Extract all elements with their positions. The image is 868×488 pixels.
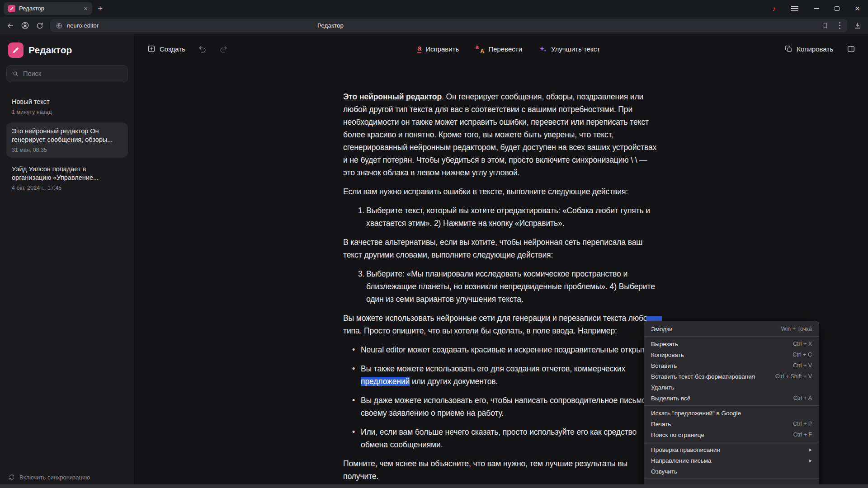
downloads-icon[interactable] [854,22,862,30]
page-title: Редактор [50,22,611,29]
translate-icon: аA [475,45,484,53]
app-logo-icon [8,42,24,58]
context-menu-item[interactable]: Искать "предложений" в Google [644,408,819,418]
panel-toggle-icon[interactable] [847,45,855,53]
sidebar: Редактор Новый текст 1 минуту назад Это … [0,34,135,488]
window-close-button[interactable]: × [855,4,860,13]
document-content[interactable]: Это нейронный редактор. Он генерирует со… [343,63,660,488]
tab-title: Редактор [19,5,80,12]
editor-paragraph: В качестве альтернативы, если вы хотите,… [343,236,660,261]
sparkle-icon [538,45,547,53]
bullet-item: Или, если вам больше нечего сказать, про… [343,426,660,451]
window-maximize-button[interactable] [835,6,840,11]
editor-paragraph: Если вам нужно исправить ошибки в тексте… [343,185,660,198]
tab-close-icon[interactable]: × [84,5,88,12]
context-menu-item[interactable]: Озвучить [644,466,819,477]
bookmark-flag-icon[interactable] [822,22,829,29]
browser-menu-icon[interactable] [791,6,798,11]
copy-icon [785,45,793,53]
improve-text-button[interactable]: Улучшить текст [538,45,600,53]
taskbar-strip [0,484,868,488]
browser-tab[interactable]: Редактор × [4,2,92,15]
search-input[interactable] [23,70,122,77]
numbered-item: 1.Выберите текст, который вы хотите отре… [343,204,660,230]
translate-button[interactable]: аA Перевести [475,45,522,53]
back-button[interactable] [6,22,14,30]
context-menu-item[interactable]: ВырезатьCtrl + X [644,338,819,349]
undo-button[interactable] [198,45,207,53]
app-title: Редактор [28,45,72,56]
editor-toolbar: Создать a Исправить аA Перевести [135,34,868,63]
editor-paragraph: Это нейронный редактор. Он генерирует со… [343,90,660,179]
list-item[interactable]: Новый текст 1 минуту назад [6,93,128,120]
sync-icon [8,474,15,481]
context-menu-item[interactable]: Удалить [644,382,819,393]
menu-divider [644,442,819,442]
editor-paragraph: Помните, чем яснее вы объясните, что вам… [343,457,660,483]
fix-text-button[interactable]: a Исправить [417,45,459,53]
redo-button[interactable] [219,45,228,53]
window-minimize-button[interactable] [814,8,819,9]
numbered-item: 3.Выберите: «Мы планировали исследовать … [343,267,660,305]
bullet-item: Вы даже можете использовать его, чтобы н… [343,394,660,419]
menu-divider [644,336,819,337]
browser-tab-bar: Редактор × + ♪ × [0,0,868,17]
url-text: neuro-editor [67,22,99,29]
context-menu-item[interactable]: Поиск по страницеCtrl + F [644,429,819,440]
bullet-item: Вы также можете использовать его для соз… [343,362,660,388]
copy-button[interactable]: Копировать [785,45,833,53]
address-bar: neuro-editor Редактор [0,17,868,34]
new-tab-button[interactable]: + [98,4,103,13]
menu-divider [644,405,819,406]
context-menu-item[interactable]: Выделить всёCtrl + A [644,393,819,404]
context-menu-item[interactable]: КопироватьCtrl + C [644,349,819,360]
enable-sync-button[interactable]: Включить синхронизацию [8,474,90,481]
context-menu-item[interactable]: ЭмодзиWin + Точка [644,324,819,334]
search-box[interactable] [6,65,128,82]
bullet-item: Neural editor может создавать красивые и… [343,343,660,356]
create-button[interactable]: Создать [147,45,185,53]
search-icon [12,70,19,77]
list-item-selected[interactable]: Это нейронный редактор Он генерирует соо… [6,122,128,158]
context-menu: ЭмодзиWin + Точка ВырезатьCtrl + X Копир… [644,321,819,488]
context-menu-item[interactable]: ВставитьCtrl + V [644,360,819,371]
context-menu-item-submenu[interactable]: Проверка правописания [644,444,819,455]
plus-square-icon [147,45,156,53]
list-item[interactable]: Уэйд Уилсон попадает в организацию «Упра… [6,160,128,196]
music-extension-icon[interactable]: ♪ [772,5,776,12]
more-options-icon[interactable] [839,25,841,27]
context-menu-item-submenu[interactable]: Направление письма [644,455,819,466]
reload-button[interactable] [36,22,44,30]
site-badge-icon[interactable] [56,22,63,29]
selected-text: предложений [361,377,410,386]
tab-favicon-icon [8,5,15,12]
spellcheck-icon: a [417,45,421,53]
context-menu-item[interactable]: ПечатьCtrl + P [644,418,819,429]
menu-divider [644,479,819,479]
context-menu-item[interactable]: Вставить текст без форматированияCtrl + … [644,371,819,382]
editor-paragraph: Вы можете использовать нейронные сети дл… [343,312,660,337]
url-field[interactable]: neuro-editor Редактор [50,19,847,32]
profile-icon[interactable] [21,21,29,30]
